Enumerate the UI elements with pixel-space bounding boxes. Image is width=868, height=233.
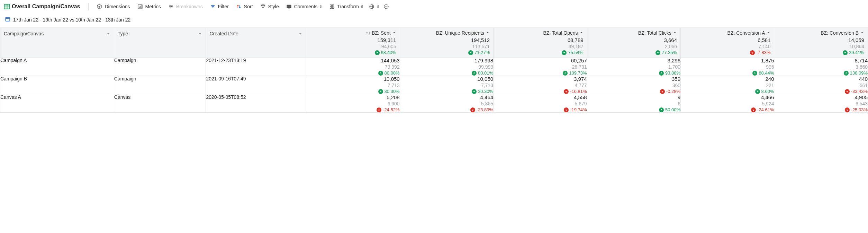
- svg-rect-21: [332, 5, 334, 9]
- toolbar-item-globe[interactable]: β: [367, 2, 381, 11]
- filter-icon: [210, 3, 216, 10]
- toolbar-item-comments[interactable]: Commentsβ: [282, 2, 325, 11]
- value-change: 30.30%: [306, 89, 399, 94]
- globe-icon: [369, 3, 375, 10]
- date-range-row[interactable]: 17th Jan 22 - 19th Jan 22 vs 10th Jan 22…: [0, 14, 868, 27]
- toolbar-item-label: Dimensions: [105, 4, 130, 9]
- column-header-dim-0[interactable]: Campaign/Canvas: [0, 27, 114, 58]
- value-previous: 1,700: [587, 64, 680, 70]
- column-header-metric-4[interactable]: BZ: Conversion A 6,5817,140-7.83%: [681, 27, 774, 58]
- beta-badge: β: [320, 5, 322, 8]
- page-title: Overall Campaign/Canvas: [12, 3, 84, 10]
- cell-metric-1: 10,0507,71330.30%: [400, 76, 493, 94]
- chevron-down-icon: [486, 30, 490, 36]
- value-change: -23.89%: [400, 107, 493, 112]
- total-previous: 113,571: [404, 44, 490, 49]
- cell-metric-3: 359360-0.28%: [587, 76, 680, 94]
- value-previous: 3,660: [774, 64, 868, 70]
- value-previous: 221: [681, 83, 774, 88]
- chevron-down-icon: [392, 30, 396, 36]
- table-row: Campaign ACampaign2021-12-23T13:19144,05…: [0, 58, 868, 76]
- toolbar-item-cube[interactable]: Dimensions: [93, 2, 133, 11]
- cell-metric-2: 4,5585,679-19.74%: [494, 94, 587, 113]
- total-current: 14,059: [778, 37, 864, 43]
- value-previous: 995: [681, 64, 774, 70]
- total-current: 3,664: [591, 37, 677, 43]
- column-header-metric-0[interactable]: ≡↓ BZ: Sent 159,31194,60568.40%: [306, 27, 400, 58]
- column-header-metric-3[interactable]: BZ: Total Clicks 3,6642,06677.35%: [587, 27, 680, 58]
- value-change: 138.09%: [774, 70, 868, 76]
- column-header-dim-2[interactable]: Created Date: [206, 27, 306, 58]
- value-current: 179,998: [400, 58, 493, 63]
- more-icon: [383, 3, 389, 10]
- breakdowns-icon: [168, 3, 174, 10]
- column-label: BZ: Unique Recipients: [436, 30, 484, 36]
- cell-metric-5: 8,7143,660138.09%: [774, 58, 868, 76]
- chevron-down-icon: [860, 30, 864, 36]
- svg-point-17: [288, 6, 288, 7]
- cell-metric-3: 3,2961,70093.88%: [587, 58, 680, 76]
- cell-metric-2: 60,25728,731109.73%: [494, 58, 587, 76]
- toolbar-item-transform[interactable]: Transformβ: [325, 2, 367, 11]
- cell-dim-2: 2021-12-23T13:19: [206, 58, 306, 76]
- cell-metric-1: 179,99899,99380.01%: [400, 58, 493, 76]
- value-previous: 7,713: [306, 83, 399, 88]
- value-previous: 28,731: [494, 64, 587, 70]
- value-current: 4,466: [681, 94, 774, 100]
- table-icon: [3, 3, 10, 10]
- total-previous: 7,140: [684, 44, 770, 49]
- sort-icon: [236, 3, 242, 10]
- value-current: 440: [774, 76, 868, 82]
- svg-rect-7: [141, 5, 142, 8]
- transform-icon: [329, 3, 335, 10]
- total-current: 68,789: [497, 37, 583, 43]
- toolbar-item-label: Breakdowns: [176, 4, 203, 9]
- svg-point-12: [171, 6, 172, 7]
- column-header-dim-1[interactable]: Type: [114, 27, 206, 58]
- value-change: 30.30%: [400, 89, 493, 94]
- total-change: 29.41%: [778, 50, 864, 55]
- column-header-metric-2[interactable]: BZ: Total Opens 68,78939,18775.54%: [494, 27, 587, 58]
- cell-dim-0: Campaign A: [0, 58, 114, 76]
- cell-dim-0: Campaign B: [0, 76, 114, 94]
- cell-metric-0: 5,2086,900-24.52%: [306, 94, 400, 113]
- style-icon: [260, 3, 266, 10]
- value-previous: 5,924: [681, 101, 774, 106]
- toolbar-item-style[interactable]: Style: [256, 2, 282, 11]
- chevron-down-icon: [298, 32, 302, 37]
- toolbar-item-label: Filter: [218, 4, 229, 9]
- toolbar-item-filter[interactable]: Filter: [206, 2, 232, 11]
- svg-point-19: [290, 6, 290, 7]
- cell-dim-2: 2021-09-16T07:49: [206, 76, 306, 94]
- column-label: BZ: Total Opens: [543, 30, 578, 36]
- toolbar-item-more[interactable]: [381, 2, 391, 11]
- cell-metric-0: 144,05379,99280.08%: [306, 58, 400, 76]
- chevron-down-icon: [579, 30, 584, 36]
- value-change: -24.61%: [681, 107, 774, 112]
- toolbar-item-metrics[interactable]: Metrics: [134, 2, 164, 11]
- value-previous: 4,777: [494, 83, 587, 88]
- svg-point-28: [385, 6, 386, 7]
- cell-dim-1: Canvas: [114, 94, 206, 113]
- toolbar-item-sort[interactable]: Sort: [232, 2, 256, 11]
- cube-icon: [96, 3, 102, 10]
- cell-metric-4: 2402218.60%: [681, 76, 774, 94]
- column-header-metric-1[interactable]: BZ: Unique Recipients 194,512113,57171.2…: [400, 27, 493, 58]
- beta-badge: β: [361, 5, 363, 8]
- value-current: 60,257: [494, 58, 587, 63]
- calendar-icon: [5, 16, 10, 23]
- value-previous: 5,679: [494, 101, 587, 106]
- column-header-metric-5[interactable]: BZ: Conversion B 14,05910,86429.41%: [774, 27, 868, 58]
- cell-metric-1: 4,4645,865-23.89%: [400, 94, 493, 113]
- value-previous: 5,865: [400, 101, 493, 106]
- value-change: -19.74%: [494, 107, 587, 112]
- value-change: -24.52%: [306, 107, 399, 112]
- value-current: 4,905: [774, 94, 868, 100]
- total-change: -7.83%: [684, 50, 770, 55]
- cell-dim-0: Canvas A: [0, 94, 114, 113]
- value-change: -25.03%: [774, 107, 868, 112]
- total-current: 194,512: [404, 37, 490, 43]
- sort-desc-icon: ≡↓: [366, 31, 370, 35]
- value-change: 80.01%: [400, 70, 493, 76]
- total-current: 159,311: [310, 37, 396, 43]
